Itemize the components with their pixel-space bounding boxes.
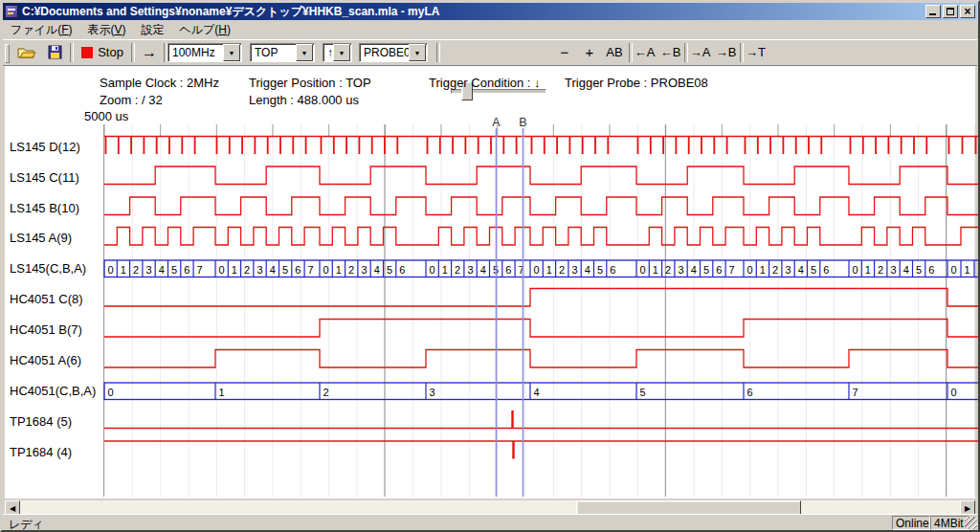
channel-label: LS145 C(11) <box>10 170 79 185</box>
svg-text:3: 3 <box>467 264 473 276</box>
svg-text:2: 2 <box>559 264 565 276</box>
svg-text:4: 4 <box>585 264 590 276</box>
svg-text:3: 3 <box>361 264 367 276</box>
svg-text:0: 0 <box>323 264 329 276</box>
svg-text:0: 0 <box>951 387 957 398</box>
info-trigger-condition: Trigger Condition : ↓ <box>429 76 541 90</box>
svg-text:1: 1 <box>546 264 552 276</box>
svg-text:6: 6 <box>399 264 405 276</box>
svg-text:1: 1 <box>121 264 126 276</box>
svg-text:5: 5 <box>640 387 646 398</box>
svg-text:6: 6 <box>716 264 722 276</box>
svg-text:2: 2 <box>878 264 883 276</box>
ruler-scale-label: 5000 us <box>84 109 128 123</box>
svg-text:6: 6 <box>295 264 301 276</box>
svg-text:5: 5 <box>387 264 392 276</box>
channel-label: HC4051 B(7) <box>10 322 82 337</box>
svg-text:1: 1 <box>232 264 237 276</box>
svg-text:3: 3 <box>430 387 435 398</box>
svg-text:0: 0 <box>640 264 646 276</box>
svg-text:1: 1 <box>219 387 225 398</box>
channel-label: HC4051(C,B,A) <box>10 384 96 398</box>
svg-text:3: 3 <box>890 264 896 276</box>
channel-label: LS145 A(9) <box>10 231 72 245</box>
svg-text:3: 3 <box>785 264 791 276</box>
svg-text:A: A <box>492 116 501 129</box>
svg-text:3: 3 <box>256 264 262 276</box>
channel-label: LS145 D(12) <box>10 140 80 154</box>
svg-text:1: 1 <box>965 264 970 276</box>
svg-text:0: 0 <box>747 264 753 276</box>
mylа-window: { "window": { "title": "C:¥Documents and… <box>0 0 980 532</box>
svg-text:5: 5 <box>811 264 816 276</box>
svg-text:3: 3 <box>571 264 577 276</box>
svg-text:1: 1 <box>653 264 658 276</box>
channel-label: HC4051 A(6) <box>10 353 81 367</box>
svg-text:5: 5 <box>703 264 709 276</box>
svg-text:6: 6 <box>505 264 511 276</box>
info-trigger-position: Trigger Position : TOP <box>249 76 371 90</box>
svg-text:2: 2 <box>133 264 139 276</box>
svg-text:6: 6 <box>747 387 753 398</box>
svg-text:0: 0 <box>534 264 540 276</box>
svg-text:3: 3 <box>145 264 151 276</box>
svg-text:6: 6 <box>184 264 189 276</box>
svg-text:7: 7 <box>729 264 735 276</box>
svg-text:7: 7 <box>853 387 858 398</box>
svg-text:2: 2 <box>348 264 354 276</box>
channel-label: TP1684 (5) <box>10 414 72 429</box>
svg-text:7: 7 <box>197 264 203 276</box>
svg-text:4: 4 <box>270 264 276 276</box>
info-trigger-probe: Trigger Probe : PROBE08 <box>565 76 708 90</box>
svg-text:3: 3 <box>678 264 683 276</box>
svg-text:2: 2 <box>665 264 671 276</box>
svg-text:0: 0 <box>430 264 435 276</box>
svg-text:2: 2 <box>323 387 329 398</box>
svg-text:5: 5 <box>171 264 177 276</box>
svg-text:B: B <box>519 116 526 129</box>
svg-text:5: 5 <box>916 264 922 276</box>
channel-label: HC4051 C(8) <box>10 292 83 306</box>
channel-label: LS145(C,B,A) <box>10 261 86 276</box>
svg-text:0: 0 <box>219 264 225 276</box>
svg-text:2: 2 <box>772 264 778 276</box>
svg-text:4: 4 <box>159 264 165 276</box>
svg-text:1: 1 <box>865 264 871 276</box>
svg-text:0: 0 <box>108 264 114 276</box>
channel-label: TP1684 (4) <box>10 445 72 459</box>
svg-text:5: 5 <box>282 264 288 276</box>
svg-text:1: 1 <box>760 264 766 276</box>
svg-text:7: 7 <box>308 264 314 276</box>
info-zoom: Zoom : / 32 <box>100 93 163 107</box>
svg-text:4: 4 <box>798 264 804 276</box>
svg-text:6: 6 <box>928 264 934 276</box>
svg-text:1: 1 <box>336 264 342 276</box>
svg-text:1: 1 <box>442 264 448 276</box>
channel-label: LS145 B(10) <box>10 201 79 215</box>
svg-text:6: 6 <box>823 264 829 276</box>
svg-text:0: 0 <box>108 387 114 398</box>
svg-text:4: 4 <box>903 264 909 276</box>
svg-text:2: 2 <box>455 264 460 276</box>
svg-text:5: 5 <box>597 264 603 276</box>
svg-text:4: 4 <box>374 264 380 276</box>
svg-text:0: 0 <box>951 264 957 276</box>
info-sample-clock: Sample Clock : 2MHz <box>100 76 219 90</box>
svg-text:4: 4 <box>534 387 540 398</box>
info-length: Length : 488.000 us <box>249 93 359 107</box>
svg-text:4: 4 <box>691 264 697 276</box>
svg-text:4: 4 <box>480 264 486 276</box>
svg-text:2: 2 <box>244 264 250 276</box>
svg-text:6: 6 <box>610 264 615 276</box>
svg-text:0: 0 <box>853 264 858 276</box>
